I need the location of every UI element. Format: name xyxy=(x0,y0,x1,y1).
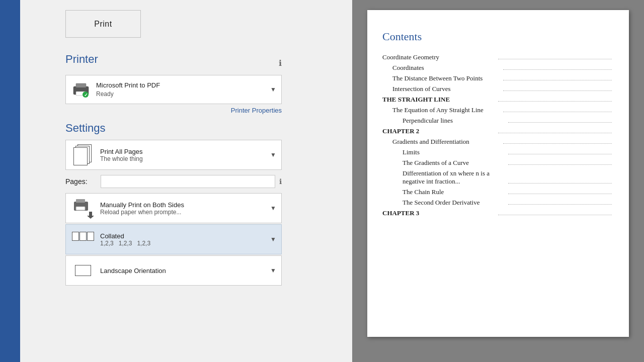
pages-info-icon[interactable]: ℹ xyxy=(279,177,282,186)
toc-entry: Coordinate Geometry xyxy=(382,53,614,61)
duplex-dropdown[interactable]: Manually Print on Both Sides Reload pape… xyxy=(65,193,282,223)
print-range-icon xyxy=(71,144,95,165)
collated-icon xyxy=(71,229,95,250)
pages-label: Pages: xyxy=(65,177,96,186)
toc-label: Gradients and Differentiation xyxy=(392,138,501,146)
printer-icon: ✓ xyxy=(71,79,91,100)
toc-dots xyxy=(508,197,612,205)
toc-dots xyxy=(508,115,612,123)
collated-text: Collated 1,2,3 1,2,3 1,2,3 xyxy=(100,232,268,247)
sidebar-strip xyxy=(0,0,20,362)
toc-entry: The Distance Between Two Points xyxy=(382,74,614,82)
print-button[interactable]: Print xyxy=(65,10,141,38)
toc-dots xyxy=(498,94,612,102)
print-range-dropdown[interactable]: Print All Pages The whole thing ▼ xyxy=(65,140,282,170)
toc-dots xyxy=(503,62,612,70)
toc-entry: Limits xyxy=(382,148,614,156)
toc-dots xyxy=(508,167,612,184)
toc-label: The Chain Rule xyxy=(403,188,506,196)
toc-entry: The Chain Rule xyxy=(382,188,614,196)
orientation-text: Landscape Orientation xyxy=(100,267,268,275)
pages-row: Pages: ℹ xyxy=(65,175,282,188)
toc-entry: CHAPTER 3 xyxy=(382,209,614,217)
contents-title: Contents xyxy=(382,30,614,43)
collated-sub: 1,2,3 1,2,3 1,2,3 xyxy=(100,240,268,247)
svg-rect-6 xyxy=(76,199,85,203)
printer-dropdown[interactable]: ✓ Microsoft Print to PDF Ready ▼ xyxy=(65,75,282,104)
duplex-icon xyxy=(71,198,95,219)
printer-info: Microsoft Print to PDF Ready xyxy=(96,81,270,98)
preview-panel: Contents Coordinate GeometryCoordinatesT… xyxy=(352,0,644,362)
collated-main: Collated xyxy=(100,232,268,240)
toc-dots xyxy=(508,146,612,154)
svg-text:✓: ✓ xyxy=(84,93,88,98)
toc-dots xyxy=(503,136,612,144)
preview-page: Contents Coordinate GeometryCoordinatesT… xyxy=(367,10,629,337)
printer-properties-link[interactable]: Printer Properties xyxy=(65,107,282,114)
duplex-arrow: ▼ xyxy=(270,205,276,212)
toc-dots xyxy=(498,51,612,59)
toc-label: Intersection of Curves xyxy=(392,85,501,93)
toc-label: CHAPTER 2 xyxy=(382,127,496,135)
svg-rect-1 xyxy=(76,83,86,87)
settings-section-label: Settings xyxy=(65,122,106,134)
toc-label: Coordinates xyxy=(392,64,501,72)
toc-dots xyxy=(503,104,612,112)
toc-dots xyxy=(508,186,612,194)
print-range-main: Print All Pages xyxy=(100,148,268,155)
toc-label: CHAPTER 3 xyxy=(382,209,496,217)
toc-label: Limits xyxy=(403,148,506,156)
collated-dropdown[interactable]: Collated 1,2,3 1,2,3 1,2,3 ▼ xyxy=(65,224,282,254)
pages-input[interactable] xyxy=(101,175,275,188)
toc-entry: THE STRAIGHT LINE xyxy=(382,96,614,104)
print-content: Printer ℹ ✓ xyxy=(20,48,352,362)
printer-info-icon[interactable]: ℹ xyxy=(279,58,282,68)
toc-container: Coordinate GeometryCoordinatesThe Distan… xyxy=(382,53,614,217)
printer-section: Printer ℹ ✓ xyxy=(65,53,337,114)
printer-dropdown-arrow: ▼ xyxy=(270,86,276,93)
collated-arrow: ▼ xyxy=(270,236,276,243)
toc-dots xyxy=(508,157,612,165)
duplex-main: Manually Print on Both Sides xyxy=(100,201,268,209)
toc-entry: Intersection of Curves xyxy=(382,85,614,93)
orientation-arrow: ▼ xyxy=(270,267,276,274)
print-panel: Print Printer ℹ xyxy=(20,0,352,362)
svg-rect-7 xyxy=(76,207,85,210)
toc-entry: Perpendicular lines xyxy=(382,117,614,125)
printer-section-label: Printer xyxy=(65,53,98,66)
print-range-sub: The whole thing xyxy=(100,155,268,162)
toc-label: Coordinate Geometry xyxy=(382,53,496,61)
toc-label: The Distance Between Two Points xyxy=(392,74,501,82)
print-range-arrow: ▼ xyxy=(270,151,276,158)
toc-dots xyxy=(498,207,612,215)
print-button-area: Print xyxy=(20,0,352,48)
toc-entry: The Gradients of a Curve xyxy=(382,159,614,167)
print-range-text: Print All Pages The whole thing xyxy=(100,148,268,162)
toc-entry: The Equation of Any Straight Line xyxy=(382,106,614,114)
orientation-main: Landscape Orientation xyxy=(100,267,268,275)
toc-label: The Second Order Derivative xyxy=(403,199,506,207)
printer-name: Microsoft Print to PDF xyxy=(96,81,270,89)
toc-label: The Equation of Any Straight Line xyxy=(392,106,501,114)
toc-label: Differentiation of xn where n is a negat… xyxy=(403,169,506,186)
duplex-sub: Reload paper when prompte... xyxy=(100,209,268,216)
orientation-dropdown[interactable]: Landscape Orientation ▼ xyxy=(65,255,282,286)
toc-entry: Differentiation of xn where n is a negat… xyxy=(382,169,614,186)
settings-section: Settings Print All Pages The whole thing… xyxy=(65,122,337,286)
toc-dots xyxy=(503,72,612,80)
printer-status: Ready xyxy=(96,90,114,98)
toc-dots xyxy=(498,125,612,133)
toc-label: THE STRAIGHT LINE xyxy=(382,96,496,104)
toc-entry: Coordinates xyxy=(382,64,614,72)
toc-label: The Gradients of a Curve xyxy=(403,159,506,167)
toc-entry: Gradients and Differentiation xyxy=(382,138,614,146)
duplex-text: Manually Print on Both Sides Reload pape… xyxy=(100,201,268,216)
toc-dots xyxy=(503,83,612,91)
toc-entry: The Second Order Derivative xyxy=(382,199,614,207)
toc-entry: CHAPTER 2 xyxy=(382,127,614,135)
orientation-icon xyxy=(71,260,95,281)
toc-label: Perpendicular lines xyxy=(403,117,506,125)
